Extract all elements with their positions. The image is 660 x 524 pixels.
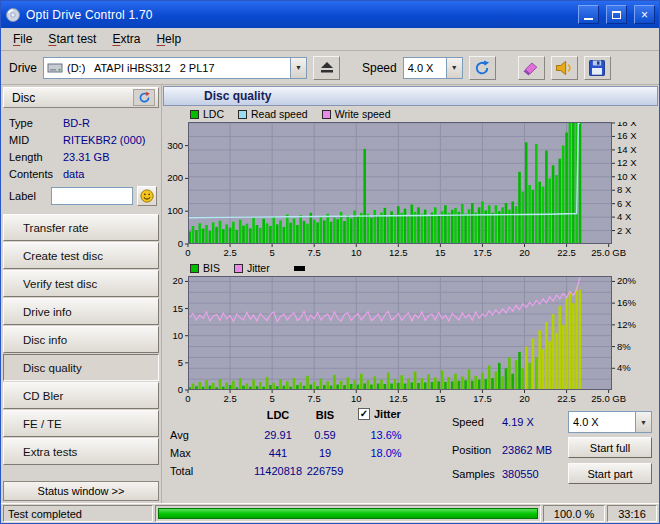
- maximize-button[interactable]: [606, 5, 627, 24]
- svg-text:18 X: 18 X: [617, 122, 637, 128]
- disc-refresh-button[interactable]: [133, 89, 155, 106]
- field-label: Contents: [9, 168, 63, 180]
- progress-bar: [158, 508, 538, 519]
- svg-text:10 X: 10 X: [617, 171, 637, 182]
- sidebar-item-disc-quality[interactable]: Disc quality: [3, 354, 159, 381]
- legend-label: Jitter: [247, 262, 270, 274]
- svg-text:2 X: 2 X: [617, 225, 632, 236]
- stats-row-label: Avg: [170, 429, 189, 441]
- disc-label-input[interactable]: [51, 187, 133, 205]
- sidebar-item-transfer-rate[interactable]: Transfer rate: [3, 214, 159, 241]
- menu-item-file[interactable]: File: [5, 29, 40, 49]
- sidebar-item-extra-tests[interactable]: Extra tests: [3, 438, 159, 465]
- stats-bis-value: 19: [300, 447, 350, 459]
- drive-label: Drive: [9, 61, 37, 75]
- svg-text:16%: 16%: [617, 297, 637, 308]
- svg-text:7.5: 7.5: [308, 247, 321, 258]
- menu-item-extra[interactable]: Extra: [104, 29, 148, 49]
- app-window: Opti Drive Control 1.70 × FileStart test…: [0, 0, 660, 524]
- svg-text:14 X: 14 X: [617, 144, 637, 155]
- drive-select[interactable]: (D:) ATAPI iHBS312 2 PL17 ▼: [43, 57, 307, 79]
- legend-swatch-icon: [190, 110, 199, 119]
- svg-text:0: 0: [185, 247, 190, 258]
- speed-label: Speed: [362, 61, 397, 75]
- menu-item-help[interactable]: Help: [148, 29, 189, 49]
- menu-item-start-test[interactable]: Start test: [40, 29, 104, 49]
- progress-cell: [155, 505, 541, 522]
- position-value: 23862 MB: [502, 444, 552, 456]
- field-value: 23.31 GB: [63, 151, 109, 163]
- legend-label: LDC: [203, 108, 224, 120]
- svg-text:5: 5: [269, 247, 274, 258]
- stats-panel: LDC BIS ✓ Jitter Speed 4.19 X 4.0 X ▼ Po…: [162, 407, 659, 499]
- sidebar-item-verify-test-disc[interactable]: Verify test disc: [3, 270, 159, 297]
- svg-text:12.5: 12.5: [389, 247, 408, 258]
- svg-text:2.5: 2.5: [223, 247, 236, 258]
- drive-icon: [47, 62, 63, 74]
- position-label: Position: [452, 444, 491, 456]
- result-speed-value: 4.19 X: [502, 416, 534, 428]
- stats-jitter-value: 18.0%: [358, 447, 414, 459]
- disc-field-length: Length23.31 GB: [9, 148, 159, 165]
- save-button[interactable]: [584, 56, 611, 80]
- eject-button[interactable]: [313, 56, 340, 80]
- svg-text:15: 15: [172, 303, 183, 314]
- legend-write-speed: Write speed: [322, 108, 391, 120]
- svg-text:100: 100: [167, 205, 183, 216]
- legend-label: BIS: [203, 262, 220, 274]
- beep-button[interactable]: [551, 56, 578, 80]
- disc-info-fields: TypeBD-RMIDRITEKBR2 (000)Length23.31 GBC…: [3, 108, 159, 184]
- sidebar-item-drive-info[interactable]: Drive info: [3, 298, 159, 325]
- close-icon: ×: [641, 9, 648, 21]
- elapsed-time: 33:16: [607, 505, 657, 522]
- maximize-icon: [612, 11, 621, 19]
- chart2-legend: BISJitter: [190, 262, 305, 274]
- legend-swatch-icon: [238, 110, 247, 119]
- svg-text:15: 15: [435, 247, 446, 258]
- svg-text:4%: 4%: [617, 362, 631, 373]
- legend-swatch-icon: [234, 264, 243, 273]
- sidebar-item-cd-bler[interactable]: CD Bler: [3, 382, 159, 409]
- smiley-icon: [140, 189, 154, 203]
- stats-bis-value: 0.59: [300, 429, 350, 441]
- svg-text:8%: 8%: [617, 341, 631, 352]
- chart1-legend: LDCRead speedWrite speed: [190, 108, 391, 120]
- svg-text:10: 10: [351, 393, 362, 404]
- refresh-icon: [138, 91, 151, 104]
- start-full-button[interactable]: Start full: [568, 437, 652, 458]
- sidebar-item-disc-info[interactable]: Disc info: [3, 326, 159, 353]
- close-button[interactable]: ×: [634, 5, 655, 24]
- status-window-button[interactable]: Status window >>: [3, 481, 159, 501]
- status-text: Test completed: [3, 505, 153, 522]
- svg-text:300: 300: [167, 140, 183, 151]
- field-value: data: [63, 168, 84, 180]
- stats-row-label: Max: [170, 447, 191, 459]
- svg-text:20%: 20%: [617, 276, 637, 286]
- chevron-down-icon: ▼: [290, 58, 306, 78]
- field-value: RITEKBR2 (000): [63, 134, 146, 146]
- erase-disc-button[interactable]: [518, 56, 545, 80]
- disc-group-title: Disc: [12, 91, 35, 105]
- test-speed-select[interactable]: 4.0 X ▼: [568, 411, 652, 433]
- jitter-checkbox[interactable]: ✓ Jitter: [358, 408, 401, 420]
- svg-text:8 X: 8 X: [617, 184, 632, 195]
- sidebar-item-fe-te[interactable]: FE / TE: [3, 410, 159, 437]
- svg-text:20: 20: [519, 393, 530, 404]
- sidebar-nav: Transfer rateCreate test discVerify test…: [3, 214, 159, 466]
- svg-text:0: 0: [178, 238, 183, 249]
- refresh-button[interactable]: [469, 56, 496, 80]
- svg-text:5: 5: [178, 357, 183, 368]
- legend-ldc: LDC: [190, 108, 224, 120]
- bis-jitter-chart: 051015204%8%12%16%20%02.557.51012.51517.…: [162, 276, 658, 404]
- svg-text:200: 200: [167, 172, 183, 183]
- start-part-button[interactable]: Start part: [568, 463, 652, 484]
- result-speed-label: Speed: [452, 416, 484, 428]
- ldc-speed-chart: 01002003002 X4 X6 X8 X10 X12 X14 X16 X18…: [162, 122, 658, 258]
- svg-text:4 X: 4 X: [617, 211, 632, 222]
- chevron-down-icon: ▼: [446, 58, 462, 78]
- disc-label-edit-button[interactable]: [137, 186, 157, 206]
- svg-text:10: 10: [172, 330, 183, 341]
- sidebar-item-create-test-disc[interactable]: Create test disc: [3, 242, 159, 269]
- minimize-button[interactable]: [578, 5, 599, 24]
- speed-select[interactable]: 4.0 X ▼: [403, 57, 463, 79]
